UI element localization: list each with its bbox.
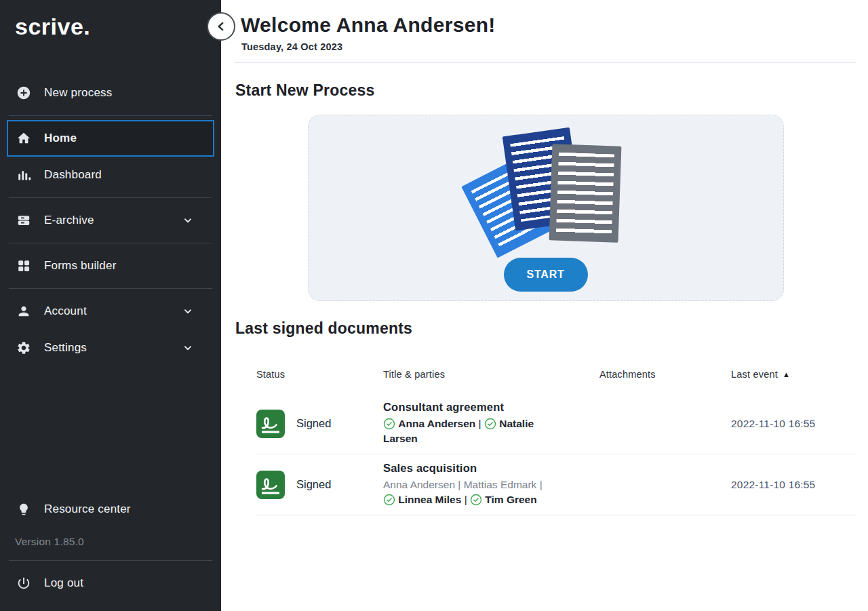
title-parties-cell: Sales acquisition Anna Andersen | Mattia… xyxy=(383,462,599,507)
check-circle-icon xyxy=(484,418,496,429)
party-separator: | xyxy=(461,494,470,505)
sidebar-divider xyxy=(9,197,212,198)
sidebar-item-new-process[interactable]: New process xyxy=(0,75,221,111)
party-separator: | xyxy=(455,479,464,490)
sidebar-item-forms-builder[interactable]: Forms builder xyxy=(0,248,221,284)
last-signed-documents-table: Status Title & parties Attachments Last … xyxy=(235,369,856,515)
party-name: Anna Andersen xyxy=(398,418,475,429)
scrive-logo: scrive. xyxy=(0,0,221,41)
column-header-status: Status xyxy=(256,369,383,380)
sidebar-item-settings[interactable]: Settings xyxy=(0,330,221,366)
last-event-date: 2022-11-10 16:55 xyxy=(731,418,856,430)
chevron-left-icon xyxy=(214,19,229,34)
current-date: Tuesday, 24 Oct 2023 xyxy=(241,41,856,52)
start-new-process-panel: START xyxy=(308,115,784,301)
user-icon xyxy=(16,304,31,319)
start-section-title: Start New Process xyxy=(235,81,856,100)
status-cell: Signed xyxy=(256,471,383,499)
sidebar-footer: Resource center Version 1.85.0 Log out xyxy=(0,491,221,611)
chevron-down-icon xyxy=(182,342,194,354)
power-icon xyxy=(16,576,31,591)
parties-list: Anna Andersen | Natalie Larsen xyxy=(383,416,557,446)
header-divider xyxy=(235,62,856,63)
parties-list: Anna Andersen | Mattias Edmark | Linnea … xyxy=(383,477,557,507)
documents-section-title: Last signed documents xyxy=(235,319,856,338)
sidebar-divider xyxy=(9,243,212,243)
chevron-down-icon xyxy=(182,214,194,226)
home-icon xyxy=(16,131,31,146)
lightbulb-icon xyxy=(16,502,31,517)
last-event-date: 2022-11-10 16:55 xyxy=(731,479,856,491)
document-title: Consultant agreement xyxy=(383,401,599,414)
party-name: Linnea Miles xyxy=(398,494,461,505)
party-name: Mattias Edmark xyxy=(464,479,537,490)
document-row[interactable]: Signed Sales acquisition Anna Andersen |… xyxy=(256,454,856,515)
sidebar-divider xyxy=(9,115,212,116)
table-header-row: Status Title & parties Attachments Last … xyxy=(256,369,856,393)
column-header-attachments: Attachments xyxy=(599,369,731,380)
start-button[interactable]: START xyxy=(504,258,588,292)
sidebar-item-e-archive[interactable]: E-archive xyxy=(0,202,221,239)
archive-icon xyxy=(16,213,31,228)
signed-signature-icon xyxy=(256,410,285,438)
status-cell: Signed xyxy=(256,410,383,438)
logout-label: Log out xyxy=(44,576,83,590)
party-name: Anna Andersen xyxy=(383,479,455,490)
check-circle-icon xyxy=(470,494,482,505)
page-title: Welcome Anna Andersen! xyxy=(241,13,856,37)
party-separator: | xyxy=(536,479,542,490)
document-title: Sales acquisition xyxy=(383,462,599,475)
main-content: Welcome Anna Andersen! Tuesday, 24 Oct 2… xyxy=(221,0,868,611)
sidebar-divider xyxy=(9,560,212,561)
sort-asc-icon: ▲ xyxy=(783,370,790,378)
column-header-last-event[interactable]: Last event ▲ xyxy=(731,369,856,380)
sidebar-item-account[interactable]: Account xyxy=(0,293,221,330)
status-label: Signed xyxy=(296,478,331,491)
check-circle-icon xyxy=(383,494,395,505)
documents-illustration xyxy=(461,126,631,252)
status-label: Signed xyxy=(296,417,331,430)
gray-document-graphic xyxy=(549,144,621,242)
sidebar-item-home[interactable]: Home xyxy=(7,120,214,157)
app-window: scrive. New process Home Dashboard E-arc… xyxy=(0,0,868,611)
chevron-down-icon xyxy=(182,305,194,317)
gear-icon xyxy=(16,340,31,355)
document-row[interactable]: Signed Consultant agreement Anna Anderse… xyxy=(256,393,856,454)
resource-center-label: Resource center xyxy=(44,502,131,516)
column-header-title-parties: Title & parties xyxy=(383,369,599,380)
sidebar-divider xyxy=(9,288,212,289)
bar-chart-icon xyxy=(16,167,31,182)
sidebar-item-logout[interactable]: Log out xyxy=(0,565,221,602)
sidebar-item-dashboard[interactable]: Dashboard xyxy=(0,157,221,193)
plus-circle-icon xyxy=(16,85,31,100)
party-separator: | xyxy=(475,418,484,429)
title-parties-cell: Consultant agreement Anna Andersen | Nat… xyxy=(383,401,599,446)
grid-icon xyxy=(16,258,31,273)
table-body: Signed Consultant agreement Anna Anderse… xyxy=(256,393,856,515)
signed-signature-icon xyxy=(256,471,285,499)
sidebar-item-resource-center[interactable]: Resource center xyxy=(0,491,221,528)
sidebar-nav: New process Home Dashboard E-archive For… xyxy=(0,75,221,366)
sidebar: scrive. New process Home Dashboard E-arc… xyxy=(0,0,221,611)
collapse-sidebar-button[interactable] xyxy=(207,12,235,41)
check-circle-icon xyxy=(383,418,395,429)
version-text: Version 1.85.0 xyxy=(0,528,221,556)
party-name: Tim Green xyxy=(485,494,536,505)
